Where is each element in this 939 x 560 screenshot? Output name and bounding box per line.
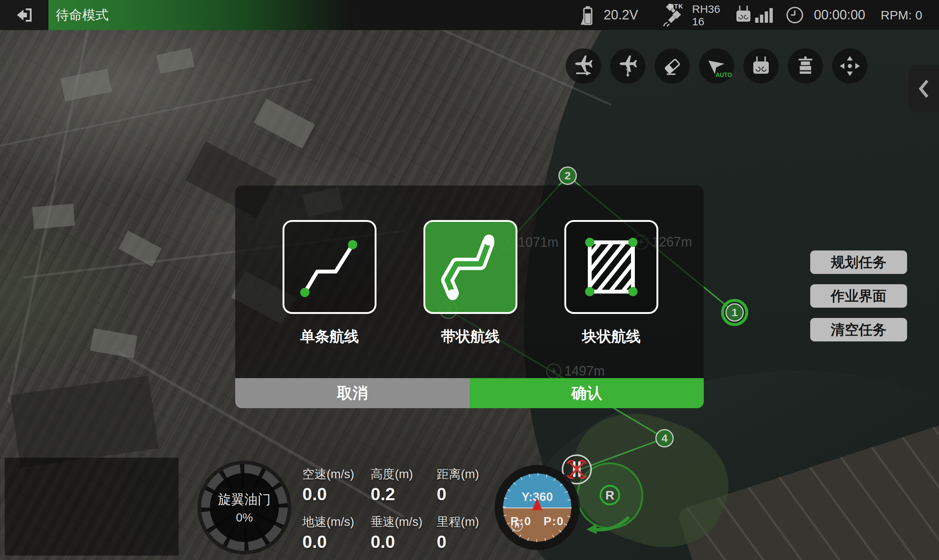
throttle-readout: 旋翼油门 0% — [210, 473, 279, 542]
app-screen: + 1071m + 1267m + 1497m 1 2 3 4 R — [0, 0, 939, 560]
plane-altitude-button[interactable] — [610, 48, 646, 84]
remote-controller-icon — [733, 5, 754, 25]
altitude-label: 高度(m) — [371, 466, 422, 483]
throttle-value: 0% — [236, 511, 253, 525]
distance-label: 距离(m) — [437, 466, 479, 483]
eraser-icon — [661, 55, 684, 77]
vertical-speed-value: 0.0 — [371, 532, 422, 552]
telemetry-column-altitude: 高度(m) 0.2 垂速(m/s) 0.0 — [371, 466, 422, 552]
plan-mission-button[interactable]: 规划任务 — [810, 251, 907, 274]
airspeed-value: 0.0 — [302, 484, 354, 504]
rtk-tag: RTK — [669, 3, 683, 10]
block-route-icon — [573, 228, 650, 306]
flight-mode-label: 待命模式 — [56, 0, 109, 30]
waypoint-marker-4[interactable]: 4 — [655, 429, 674, 448]
option-single-route[interactable] — [282, 220, 376, 314]
option-block-route[interactable] — [564, 220, 658, 314]
airspeed-label: 空速(m/s) — [302, 466, 354, 483]
option-label-strip: 带状航线 — [424, 326, 517, 346]
confirm-button[interactable]: 确认 — [470, 378, 704, 408]
work-interface-button[interactable]: 作业界面 — [810, 284, 907, 308]
telemetry-column-distance: 距离(m) 0 里程(m) 0 — [437, 466, 479, 552]
chevron-left-icon — [918, 78, 930, 99]
altitude-value: 0.2 — [371, 484, 422, 504]
groundspeed-label: 地速(m/s) — [302, 514, 354, 530]
remote-controller-icon — [750, 55, 772, 77]
rtk-status: RH36 16 — [692, 3, 720, 28]
waypoint-marker-2[interactable]: 2 — [558, 166, 577, 185]
spray-pump-button[interactable] — [788, 48, 823, 84]
remote-controller-button[interactable] — [743, 48, 779, 84]
flight-timer: 00:00:00 — [814, 0, 865, 30]
pan-dpad-button[interactable] — [832, 48, 867, 84]
attitude-ticks — [495, 465, 580, 550]
mileage-label: 里程(m) — [437, 514, 479, 530]
waypoint-marker-1[interactable]: 1 — [725, 303, 744, 322]
telemetry-column-airspeed: 空速(m/s) 0.0 地速(m/s) 0.0 — [302, 466, 354, 552]
eraser-button[interactable] — [655, 48, 690, 84]
back-button[interactable] — [0, 0, 48, 30]
signal-bars-icon — [755, 0, 777, 30]
side-drawer-handle[interactable] — [908, 65, 939, 112]
strip-route-icon — [432, 228, 509, 306]
option-label-block: 块状航线 — [564, 326, 658, 346]
plane-horizontal-icon — [572, 55, 595, 77]
fpv-video-feed[interactable] — [5, 458, 179, 555]
clear-mission-button[interactable]: 清空任务 — [810, 318, 907, 342]
battery-voltage: 20.2V — [604, 0, 638, 30]
rpm-readout: RPM: 0 — [880, 0, 922, 30]
battery-icon — [580, 5, 594, 26]
dpad-icon — [839, 55, 861, 77]
rotor-throttle-gauge: 旋翼油门 0% — [197, 461, 291, 554]
option-strip-route[interactable] — [424, 220, 517, 314]
option-label-single: 单条航线 — [282, 326, 376, 346]
return-point-badge[interactable]: R — [600, 485, 620, 505]
spray-pump-icon — [794, 55, 817, 77]
route-type-dialog: 单条航线 带状航线 块状航线 取消 确认 — [235, 186, 704, 408]
return-direction-arrow — [584, 513, 632, 536]
plane-route-horizontal-button[interactable] — [566, 48, 601, 84]
rtk-satellite-count: 16 — [692, 15, 720, 28]
back-icon — [15, 6, 34, 25]
mileage-value: 0 — [437, 532, 479, 552]
cancel-button[interactable]: 取消 — [235, 378, 470, 408]
distance-value: 0 — [437, 484, 479, 504]
plane-altitude-icon — [617, 55, 639, 77]
auto-navigation-button[interactable]: AUTO — [699, 48, 734, 84]
single-route-icon — [291, 228, 368, 306]
attitude-indicator: Y:360 R:0 P:0 H — [495, 465, 580, 550]
rtk-station: RH36 — [692, 3, 720, 15]
clock-icon — [785, 6, 804, 25]
top-status-bar: 待命模式 20.2V RTK RH36 16 — [0, 0, 939, 30]
throttle-label: 旋翼油门 — [218, 491, 271, 509]
groundspeed-value: 0.0 — [302, 532, 354, 552]
vertical-speed-label: 垂速(m/s) — [371, 514, 422, 530]
auto-label: AUTO — [715, 72, 732, 78]
